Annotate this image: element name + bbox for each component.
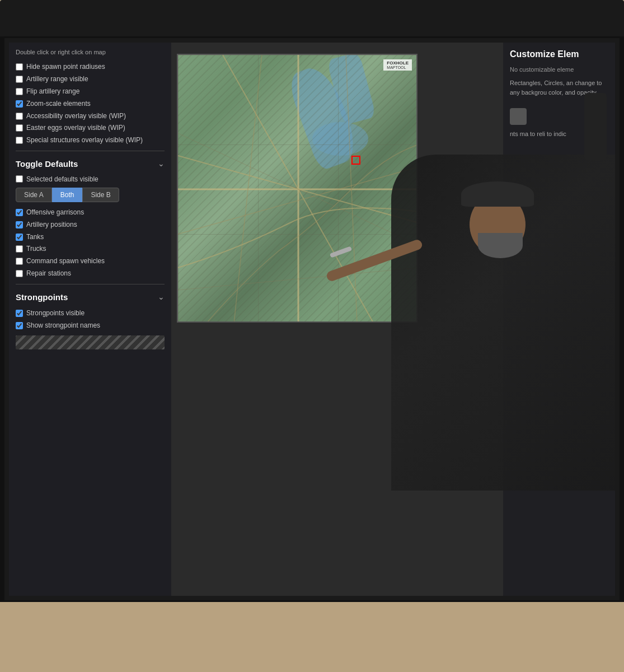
instruction-text: Double click or right click on map xyxy=(16,48,165,57)
side-b-button[interactable]: Side B xyxy=(82,188,119,202)
side-a-button[interactable]: Side A xyxy=(16,188,52,202)
divider-1 xyxy=(16,151,165,151)
artillery-range-visible-label: Artillery range visible xyxy=(26,74,88,84)
show-strongpoint-names-checkbox[interactable] xyxy=(16,322,23,329)
trucks-label: Trucks xyxy=(26,244,46,254)
strongpoints-chevron-icon: ⌄ xyxy=(158,292,165,301)
strongpoints-visible-label: Strongpoints visible xyxy=(26,309,85,318)
tanks-checkbox[interactable] xyxy=(16,234,23,241)
special-structures-label: Special structures overlay visible (WIP) xyxy=(26,136,143,145)
hatch-pattern xyxy=(16,335,165,349)
easter-eggs-checkbox[interactable] xyxy=(16,124,23,132)
strongpoints-section: Strongpoints ⌄ Strongpoints visible Show… xyxy=(16,290,165,330)
customize-elements-title: Customize Elem xyxy=(510,49,608,59)
option-artillery-range-visible[interactable]: Artillery range visible xyxy=(16,74,165,84)
repair-stations-label: Repair stations xyxy=(26,269,71,278)
option-show-strongpoint-names[interactable]: Show strongpoint names xyxy=(16,321,165,330)
svg-line-5 xyxy=(234,55,262,321)
speaker xyxy=(584,93,607,160)
show-strongpoint-names-label: Show strongpoint names xyxy=(26,321,100,330)
command-spawn-checkbox[interactable] xyxy=(16,258,23,265)
flip-artillery-label: Flip artillery range xyxy=(26,87,79,96)
toggle-defaults-checkboxes: Offensive garrisons Artillery positions … xyxy=(16,208,165,278)
map-content: FOXHOLE MAPTOOL xyxy=(178,55,416,321)
flip-artillery-checkbox[interactable] xyxy=(16,88,23,95)
trucks-checkbox[interactable] xyxy=(16,245,23,253)
special-structures-checkbox[interactable] xyxy=(16,137,23,144)
no-customizable-label: No customizable eleme xyxy=(510,66,608,73)
option-tanks[interactable]: Tanks xyxy=(16,232,165,242)
toggle-defaults-chevron-icon: ⌄ xyxy=(158,159,165,168)
person-beard xyxy=(478,233,523,258)
accessibility-overlay-checkbox[interactable] xyxy=(16,113,23,120)
map-roads-svg xyxy=(178,55,416,321)
person-hat xyxy=(461,181,534,207)
tanks-label: Tanks xyxy=(26,232,44,242)
side-buttons-group: Side A Both Side B xyxy=(16,188,165,202)
option-hide-spawn[interactable]: Hide spawn point radiuses xyxy=(16,62,165,72)
offensive-garrisons-label: Offensive garrisons xyxy=(26,208,84,217)
artillery-positions-label: Artillery positions xyxy=(26,220,77,230)
left-panel: Double click or right click on map Hide … xyxy=(9,43,171,596)
strongpoints-visible-checkbox[interactable] xyxy=(16,310,23,317)
strongpoints-header[interactable]: Strongpoints ⌄ xyxy=(16,290,165,304)
option-accessibility-overlay[interactable]: Accessibility overlay visible (WIP) xyxy=(16,111,165,121)
svg-line-9 xyxy=(178,268,416,290)
option-strongpoints-visible[interactable]: Strongpoints visible xyxy=(16,309,165,318)
monitor-screen: Double click or right click on map Hide … xyxy=(0,34,624,605)
option-flip-artillery[interactable]: Flip artillery range xyxy=(16,87,165,96)
strongpoints-title: Strongpoints xyxy=(16,292,68,302)
option-special-structures[interactable]: Special structures overlay visible (WIP) xyxy=(16,136,165,145)
accessibility-overlay-label: Accessibility overlay visible (WIP) xyxy=(26,111,126,121)
option-artillery-positions[interactable]: Artillery positions xyxy=(16,220,165,230)
option-offensive-garrisons[interactable]: Offensive garrisons xyxy=(16,208,165,217)
option-easter-eggs[interactable]: Easter eggs overlay visible (WIP) xyxy=(16,123,165,133)
map-area[interactable]: FOXHOLE MAPTOOL xyxy=(177,54,417,323)
zoom-scale-checkbox[interactable] xyxy=(16,100,23,108)
zoom-scale-label: Zoom-scale elements xyxy=(26,99,91,109)
hide-spawn-checkbox[interactable] xyxy=(16,63,23,71)
toggle-defaults-title: Toggle Defaults xyxy=(16,159,78,169)
offensive-garrisons-checkbox[interactable] xyxy=(16,209,23,216)
hide-spawn-label: Hide spawn point radiuses xyxy=(26,62,105,72)
artillery-range-visible-checkbox[interactable] xyxy=(16,76,23,83)
artillery-positions-checkbox[interactable] xyxy=(16,221,23,228)
toggle-defaults-header[interactable]: Toggle Defaults ⌄ xyxy=(16,157,165,171)
option-repair-stations[interactable]: Repair stations xyxy=(16,269,165,278)
selected-defaults-label: Selected defaults visible xyxy=(26,175,98,183)
option-trucks[interactable]: Trucks xyxy=(16,244,165,254)
both-button[interactable]: Both xyxy=(52,188,83,202)
selected-defaults-row[interactable]: Selected defaults visible xyxy=(16,175,165,183)
repair-stations-checkbox[interactable] xyxy=(16,270,23,277)
bottom-frame xyxy=(0,602,624,672)
top-bezel xyxy=(0,0,624,36)
svg-line-4 xyxy=(178,167,416,234)
map-title: FOXHOLE MAPTOOL xyxy=(383,59,412,71)
divider-2 xyxy=(16,284,165,284)
svg-line-6 xyxy=(346,55,357,321)
selected-defaults-checkbox[interactable] xyxy=(16,175,23,183)
option-zoom-scale[interactable]: Zoom-scale elements xyxy=(16,99,165,109)
option-command-spawn[interactable]: Command spawn vehicles xyxy=(16,256,165,266)
options-list: Hide spawn point radiuses Artillery rang… xyxy=(16,62,165,145)
easter-eggs-label: Easter eggs overlay visible (WIP) xyxy=(26,123,125,133)
screen-content: Double click or right click on map Hide … xyxy=(9,43,615,596)
customize-color-swatch[interactable] xyxy=(510,108,527,125)
map-marker xyxy=(351,156,360,165)
command-spawn-label: Command spawn vehicles xyxy=(26,256,105,266)
